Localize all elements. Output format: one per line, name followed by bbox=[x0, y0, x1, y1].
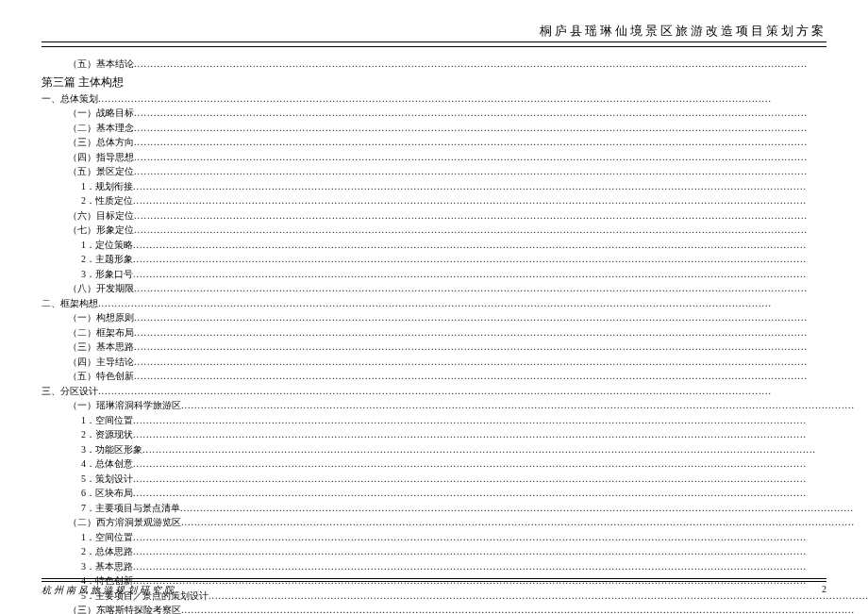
toc-leader-dots bbox=[133, 456, 868, 472]
toc-leader-dots bbox=[98, 384, 868, 399]
toc-leader-dots bbox=[133, 238, 868, 253]
toc-leader-dots bbox=[133, 413, 868, 428]
toc-label: （二）框架布局 bbox=[68, 325, 134, 340]
toc-label: （四）主导结论 bbox=[68, 355, 134, 370]
toc-leader-dots bbox=[133, 252, 868, 267]
toc-label: （一）构想原则 bbox=[68, 310, 134, 325]
toc-leader-dots bbox=[134, 223, 868, 238]
toc-leader-dots bbox=[180, 501, 868, 516]
toc-leader-dots bbox=[181, 398, 868, 413]
toc-label: （六）目标定位 bbox=[68, 208, 134, 224]
toc-leader-dots bbox=[134, 121, 868, 136]
toc-label: 2．主题形象 bbox=[81, 252, 133, 267]
toc-entry: （五）景区定位24 bbox=[42, 164, 868, 179]
toc-leader-dots bbox=[134, 340, 868, 355]
toc-label: 4．总体创意 bbox=[81, 456, 133, 472]
toc-leader-dots bbox=[134, 310, 868, 325]
toc-column-left: （五）基本结论23第三篇 主体构想一、总体策划24（一）战略目标24（二）基本理… bbox=[42, 57, 868, 614]
toc-entry: 2．资源现状27 bbox=[42, 427, 868, 442]
toc-columns: （五）基本结论23第三篇 主体构想一、总体策划24（一）战略目标24（二）基本理… bbox=[42, 57, 826, 614]
toc-entry: （一）构想原则26 bbox=[42, 310, 868, 325]
toc-leader-dots bbox=[134, 135, 868, 150]
toc-entry: （一）瑶琳溶洞科学旅游区27 bbox=[42, 398, 868, 413]
toc-entry: 4．总体创意27 bbox=[42, 456, 868, 472]
toc-leader-dots bbox=[134, 57, 868, 72]
toc-entry: 一、总体策划24 bbox=[42, 91, 868, 107]
toc-label: 5．策划设计 bbox=[81, 472, 133, 487]
toc-leader-dots bbox=[98, 296, 868, 311]
toc-label: （一）战略目标 bbox=[68, 106, 134, 121]
toc-label: （三）东喀斯特探险考察区 bbox=[68, 603, 181, 614]
section-heading: 第三篇 主体构想 bbox=[42, 75, 868, 90]
toc-entry: （三）东喀斯特探险考察区34 bbox=[42, 603, 868, 614]
toc-leader-dots bbox=[133, 427, 868, 442]
toc-label: 6．区块布局 bbox=[81, 486, 133, 501]
toc-label: （五）景区定位 bbox=[68, 164, 134, 179]
toc-entry: （五）特色创新27 bbox=[42, 369, 868, 384]
toc-leader-dots bbox=[142, 442, 868, 457]
toc-label: （一）瑶琳溶洞科学旅游区 bbox=[68, 398, 181, 413]
toc-entry: 5．策划设计28 bbox=[42, 472, 868, 487]
doc-title: 桐庐县瑶琳仙境景区旅游改造项目策划方案 bbox=[42, 23, 826, 41]
toc-leader-dots bbox=[134, 355, 868, 370]
toc-entry: （六）目标定位25 bbox=[42, 208, 868, 224]
toc-label: （三）总体方向 bbox=[68, 135, 134, 150]
toc-entry: 3．基本思路30 bbox=[42, 559, 868, 574]
toc-leader-dots bbox=[134, 281, 868, 296]
footer-org: 杭州南风旅游规划研究院 bbox=[42, 584, 176, 597]
toc-entry: 1．定位策略25 bbox=[42, 238, 868, 253]
toc-entry: （五）基本结论23 bbox=[42, 57, 868, 72]
toc-label: （二）基本理念 bbox=[68, 121, 134, 136]
footer-rule-thick bbox=[42, 581, 826, 582]
toc-entry: （四）主导结论27 bbox=[42, 355, 868, 370]
toc-leader-dots bbox=[134, 208, 868, 224]
toc-label: 7．主要项目与景点清单 bbox=[81, 501, 180, 516]
footer: 杭州南风旅游规划研究院 2 bbox=[42, 584, 826, 597]
toc-entry: 1．空间位置27 bbox=[42, 413, 868, 428]
toc-label: 三、分区设计 bbox=[42, 384, 98, 399]
toc-leader-dots bbox=[134, 369, 868, 384]
toc-entry: 1．空间位置30 bbox=[42, 530, 868, 545]
toc-entry: 3．功能区形象27 bbox=[42, 442, 868, 457]
toc-entry: 三、分区设计27 bbox=[42, 384, 868, 399]
toc-leader-dots bbox=[98, 91, 868, 107]
toc-label: （三）基本思路 bbox=[68, 340, 134, 355]
toc-entry: 2．性质定位25 bbox=[42, 193, 868, 208]
toc-leader-dots bbox=[134, 150, 868, 165]
toc-label: （四）指导思想 bbox=[68, 150, 134, 165]
toc-label: 1．空间位置 bbox=[81, 413, 133, 428]
toc-label: （七）形象定位 bbox=[68, 223, 134, 238]
toc-entry: （二）框架布局26 bbox=[42, 325, 868, 340]
toc-leader-dots bbox=[133, 472, 868, 487]
toc-label: （五）特色创新 bbox=[68, 369, 134, 384]
toc-label: （五）基本结论 bbox=[68, 57, 134, 72]
toc-entry: （四）指导思想24 bbox=[42, 150, 868, 165]
toc-entry: （一）战略目标24 bbox=[42, 106, 868, 121]
toc-entry: 1．规划衔接24 bbox=[42, 179, 868, 194]
toc-label: 1．规划衔接 bbox=[81, 179, 133, 194]
footer-rule-thin bbox=[42, 578, 826, 579]
toc-label: （二）西方溶洞景观游览区 bbox=[68, 515, 181, 530]
toc-leader-dots bbox=[134, 106, 868, 121]
toc-leader-dots bbox=[133, 530, 868, 545]
footer-page-number: 2 bbox=[822, 584, 826, 597]
toc-entry: （二）西方溶洞景观游览区30 bbox=[42, 515, 868, 530]
toc-label: 一、总体策划 bbox=[42, 91, 98, 107]
toc-label: 二、框架构想 bbox=[42, 296, 98, 311]
toc-leader-dots bbox=[133, 267, 868, 282]
header-rule-thick bbox=[42, 41, 826, 42]
toc-leader-dots bbox=[133, 544, 868, 559]
toc-label: 2．性质定位 bbox=[81, 193, 133, 208]
toc-leader-dots bbox=[133, 193, 868, 208]
toc-entry: （八）开发期限26 bbox=[42, 281, 868, 296]
toc-entry: （三）基本思路26 bbox=[42, 340, 868, 355]
header-rule-thin bbox=[42, 46, 826, 47]
toc-leader-dots bbox=[134, 164, 868, 179]
toc-label: 3．形象口号 bbox=[81, 267, 133, 282]
toc-label: 2．总体思路 bbox=[81, 544, 133, 559]
toc-entry: 2．主题形象25 bbox=[42, 252, 868, 267]
toc-leader-dots bbox=[133, 559, 868, 574]
toc-label: （八）开发期限 bbox=[68, 281, 134, 296]
toc-entry: 7．主要项目与景点清单29 bbox=[42, 501, 868, 516]
toc-entry: 2．总体思路30 bbox=[42, 544, 868, 559]
